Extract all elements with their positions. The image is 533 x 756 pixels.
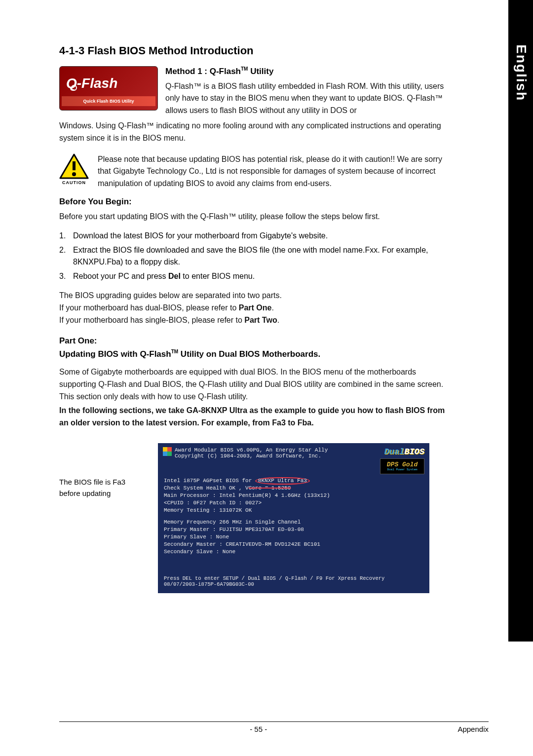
dps-gold-logo: DPS Gold Dual Power System	[380, 458, 424, 474]
footer-label: Appendix	[457, 725, 489, 733]
partone-bold: In the following sections, we take GA-8K…	[59, 405, 454, 429]
bios-screen: Award Modular BIOS v6.00PG, An Energy St…	[158, 443, 429, 593]
post1: The BIOS upgrading guides below are sepa…	[59, 290, 454, 302]
step-3: 3.Reboot your PC and press Del to enter …	[59, 270, 454, 283]
qflash-bar-text: Quick Flash BIOS Utility	[62, 96, 155, 106]
dual-bios-logo: DualBIOS	[384, 447, 424, 456]
method1-para: Q-Flash™ is a BIOS flash utility embedde…	[165, 80, 454, 117]
bios-footer: Press DEL to enter SETUP / Dual BIOS / Q…	[158, 575, 429, 587]
partone-label: Part One:	[59, 336, 454, 346]
bios-hdr1: Award Modular BIOS v6.00PG, An Energy St…	[175, 447, 328, 453]
svg-text:Q-Flash: Q-Flash	[66, 76, 117, 91]
page-footer: - 55 - Appendix	[59, 721, 489, 733]
bios-block1: Intel i875P AGPset BIOS for 8KNXP Ultra …	[164, 477, 423, 514]
post3: If your motherboard has single-BIOS, ple…	[59, 314, 454, 327]
bios-note: The BIOS file is Fa3 before updating	[59, 443, 148, 593]
step-1: 1.Download the latest BIOS for your moth…	[59, 230, 454, 242]
post2: If your motherboard has dual-BIOS, pleas…	[59, 302, 454, 314]
partone-title: Updating BIOS with Q-FlashTM Utility on …	[59, 349, 454, 359]
method1-title: Method 1 : Q-FlashTM Utility	[165, 66, 454, 76]
caution-text: Please note that because updating BIOS h…	[98, 153, 454, 190]
caution-label: CAUTION	[62, 180, 86, 185]
page-number: - 55 -	[250, 725, 267, 733]
windows-icon	[163, 447, 172, 456]
bios-block2: Memory Frequency 266 MHz in Single Chann…	[164, 519, 423, 555]
steps-list: 1.Download the latest BIOS for your moth…	[59, 230, 454, 283]
svg-rect-3	[73, 161, 76, 170]
svg-point-4	[72, 172, 76, 176]
qflash-logo: Q-Flash Quick Flash BIOS Utility	[59, 66, 158, 111]
language-label: English	[513, 0, 529, 101]
before-intro: Before you start updating BIOS with the …	[59, 211, 454, 223]
step-2: 2.Extract the BIOS file downloaded and s…	[59, 244, 454, 269]
caution-icon: CAUTION	[59, 153, 89, 190]
method1-cont: Windows. Using Q-Flash™ indicating no mo…	[59, 120, 454, 145]
partone-para: Some of Gigabyte motherboards are equipp…	[59, 366, 454, 403]
section-title: 4-1-3 Flash BIOS Method Introduction	[59, 44, 454, 57]
language-sidebar: English	[508, 0, 533, 642]
before-title: Before You Begin:	[59, 197, 454, 207]
bios-hdr2: Copyright (C) 1984-2003, Award Software,…	[175, 453, 328, 459]
